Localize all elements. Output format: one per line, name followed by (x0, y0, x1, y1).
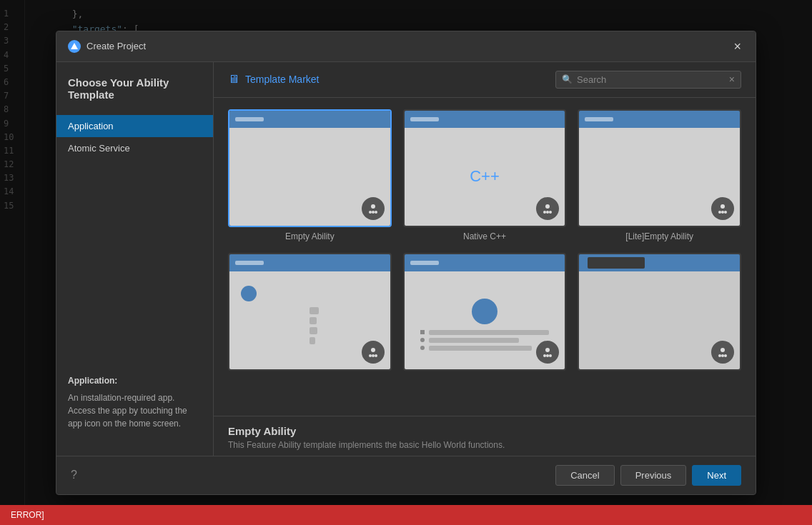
template-thumb-circle-list (403, 253, 567, 371)
cpp-label: C++ (470, 167, 500, 186)
sidebar-item-application-label: Application (68, 121, 114, 131)
badge-icon (711, 341, 734, 364)
template-card-native-cpp[interactable]: C++ (403, 109, 567, 241)
template-thumb-lite-empty (578, 109, 741, 227)
dialog-body: Choose Your Ability Template Application… (56, 62, 756, 456)
template-label-empty-ability: Empty Ability (285, 231, 335, 241)
svg-point-14 (369, 354, 372, 357)
search-box: 🔍 × (555, 71, 741, 89)
template-grid: Empty Ability C++ (228, 109, 741, 375)
template-grid-wrapper: Empty Ability C++ (214, 98, 756, 416)
svg-point-21 (721, 348, 725, 352)
svg-point-24 (724, 354, 727, 357)
template-card-lite-empty[interactable]: [Lite]Empty Ability (578, 109, 741, 241)
template-card-empty-ability[interactable]: Empty Ability (228, 109, 392, 241)
main-toolbar: 🖥 Template Market 🔍 × (214, 62, 756, 98)
close-button[interactable]: × (731, 39, 744, 54)
detail-title: Empty Ability (228, 425, 741, 437)
template-thumb-empty-ability (228, 109, 392, 227)
template-market-label: Template Market (245, 74, 319, 85)
svg-point-15 (372, 354, 375, 357)
svg-point-4 (375, 211, 377, 214)
svg-point-10 (718, 211, 721, 214)
svg-point-23 (721, 354, 724, 357)
search-clear-button[interactable]: × (729, 74, 735, 84)
svg-point-2 (369, 211, 372, 214)
toolbar-left: 🖥 Template Market (228, 73, 319, 86)
svg-point-5 (545, 204, 550, 209)
svg-point-19 (546, 354, 549, 357)
template-card-table[interactable] (578, 253, 741, 375)
svg-point-16 (375, 354, 377, 357)
titlebar-left: Create Project (68, 40, 146, 53)
description-title: Application: (68, 374, 202, 387)
dialog-overlay: Create Project × Choose Your Ability Tem… (0, 0, 812, 525)
cancel-button[interactable]: Cancel (555, 465, 614, 486)
dialog-title: Create Project (86, 41, 146, 51)
template-card-circle-list[interactable] (403, 253, 567, 375)
template-label-native-cpp: Native C++ (463, 231, 506, 241)
create-project-dialog: Create Project × Choose Your Ability Tem… (56, 31, 756, 495)
dialog-titlebar: Create Project × (56, 31, 756, 62)
badge-icon (362, 341, 385, 364)
sidebar-item-atomic-service[interactable]: Atomic Service (56, 137, 213, 159)
svg-point-8 (549, 211, 552, 214)
svg-point-12 (724, 211, 727, 214)
search-input[interactable] (577, 74, 725, 85)
footer-buttons: Cancel Previous Next (555, 465, 741, 486)
sidebar-item-application[interactable]: Application (56, 115, 213, 137)
badge-icon (362, 197, 385, 220)
sidebar-item-atomic-service-label: Atomic Service (68, 143, 130, 154)
error-text: ERROR] (11, 510, 44, 520)
error-bar: ERROR] (0, 505, 812, 525)
sidebar: Choose Your Ability Template Application… (56, 62, 214, 456)
template-thumb-list (228, 253, 392, 371)
svg-point-6 (543, 211, 546, 214)
svg-marker-0 (71, 43, 78, 49)
svg-point-20 (549, 354, 552, 357)
svg-point-18 (543, 354, 546, 357)
detail-description: This Feature Ability template implements… (228, 440, 741, 450)
svg-point-7 (546, 211, 549, 214)
template-thumb-table (578, 253, 741, 371)
help-icon[interactable]: ? (71, 469, 77, 481)
svg-point-13 (371, 348, 375, 352)
svg-point-22 (718, 354, 721, 357)
template-card-list[interactable] (228, 253, 392, 375)
svg-point-17 (545, 348, 550, 352)
svg-point-11 (721, 211, 724, 214)
previous-button[interactable]: Previous (620, 465, 687, 486)
dialog-heading: Choose Your Ability Template (56, 76, 213, 115)
sidebar-description: Application: An installation-required ap… (56, 363, 213, 441)
badge-icon (711, 197, 734, 220)
next-button[interactable]: Next (692, 465, 741, 486)
badge-icon (536, 197, 559, 220)
main-content: 🖥 Template Market 🔍 × (214, 62, 756, 456)
app-logo-icon (68, 40, 81, 53)
svg-point-3 (372, 211, 375, 214)
template-market-icon: 🖥 (228, 73, 239, 86)
search-icon: 🔍 (562, 74, 573, 84)
template-detail: Empty Ability This Feature Ability templ… (214, 416, 756, 456)
template-label-lite-empty: [Lite]Empty Ability (625, 231, 693, 241)
svg-point-1 (371, 204, 375, 209)
description-text: An installation-required app. Access the… (68, 391, 202, 430)
svg-point-9 (721, 204, 725, 209)
dialog-footer: ? Cancel Previous Next (56, 456, 756, 494)
template-thumb-native-cpp: C++ (403, 109, 567, 227)
badge-icon (536, 341, 559, 364)
